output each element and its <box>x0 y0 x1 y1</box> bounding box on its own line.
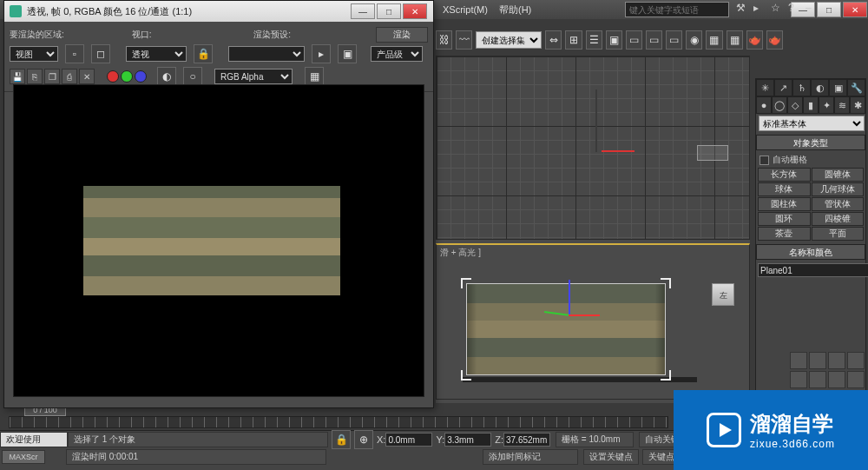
y-coord-input[interactable] <box>444 433 491 447</box>
clone-icon[interactable]: ❐ <box>44 69 60 84</box>
render-setup-icon[interactable]: ▦ <box>706 30 722 50</box>
maximize-button[interactable]: □ <box>817 2 841 17</box>
render-maximize-button[interactable]: □ <box>377 3 401 19</box>
sphere-button[interactable]: 球体 <box>758 182 811 196</box>
create-tab[interactable]: ✳ <box>756 79 774 96</box>
area-dropdown[interactable]: 视图 <box>10 46 58 62</box>
alpha-toggle-icon[interactable]: ◐ <box>157 67 176 86</box>
maximize-viewport-icon[interactable] <box>847 352 865 369</box>
shapes-tab[interactable]: ◯ <box>772 96 787 114</box>
red-channel-toggle[interactable] <box>107 70 119 83</box>
viewport-top[interactable] <box>436 56 750 240</box>
maxscript-mini[interactable]: MAXScr <box>2 450 45 464</box>
cone-button[interactable]: 圆锥体 <box>812 168 865 182</box>
gizmo-x-axis[interactable] <box>569 314 600 316</box>
gizmo-z-axis[interactable] <box>569 280 570 314</box>
pan-icon[interactable] <box>790 352 807 369</box>
viewport-dropdown[interactable]: 透视 <box>126 46 187 62</box>
rollout-object-type[interactable]: 对象类型 <box>756 135 865 150</box>
channel-dropdown[interactable]: RGB Alpha <box>214 69 293 84</box>
plane-button[interactable]: 平面 <box>812 227 865 241</box>
menu-help[interactable]: 帮助(H) <box>499 4 531 15</box>
search-input[interactable] <box>625 2 729 17</box>
menu-maxscript[interactable]: XScript(M) <box>443 4 488 15</box>
help-icon[interactable]: ? <box>788 2 800 14</box>
render-minimize-button[interactable]: — <box>351 3 375 19</box>
render-frame-icon[interactable]: ▦ <box>727 30 743 50</box>
align-icon[interactable]: ⊞ <box>565 30 582 50</box>
production-dropdown[interactable]: 产品级 <box>371 46 423 62</box>
box-button[interactable]: 长方体 <box>758 168 811 182</box>
close-button[interactable]: ✕ <box>843 2 867 17</box>
tube-button[interactable]: 管状体 <box>812 197 865 211</box>
box2-icon[interactable]: ▭ <box>646 30 662 50</box>
mono-toggle-icon[interactable]: ○ <box>183 67 202 86</box>
preset-save-icon[interactable]: ▣ <box>338 44 357 63</box>
zoom-icon[interactable] <box>809 352 826 369</box>
nav4-icon[interactable] <box>847 371 865 388</box>
torus-button[interactable]: 圆环 <box>758 212 811 226</box>
preset-load-icon[interactable]: ▸ <box>312 44 331 63</box>
blue-channel-toggle[interactable] <box>135 70 147 83</box>
display-tab[interactable]: ▣ <box>829 79 847 96</box>
cylinder-button[interactable]: 圆柱体 <box>758 197 811 211</box>
nav2-icon[interactable] <box>809 371 826 388</box>
utilities-tab[interactable]: 🔧 <box>847 79 865 96</box>
hierarchy-tab[interactable]: ♄ <box>792 79 811 96</box>
curve-icon[interactable]: 〰 <box>456 30 472 50</box>
lights-tab[interactable]: ◇ <box>787 96 803 114</box>
lock-selection-icon[interactable]: 🔒 <box>332 430 351 449</box>
move-gizmo[interactable] <box>551 301 586 335</box>
layers-icon[interactable]: ☰ <box>586 30 602 50</box>
geosphere-button[interactable]: 几何球体 <box>812 182 865 196</box>
viewport-label[interactable]: 滑 + 高光 ] <box>440 247 481 259</box>
crop-icon[interactable]: ◻ <box>91 44 110 63</box>
setkey-button[interactable]: 设置关键点 <box>583 449 639 465</box>
teapot-button[interactable]: 茶壶 <box>758 227 811 241</box>
motion-tab[interactable]: ◐ <box>811 79 829 96</box>
star-icon[interactable]: ☆ <box>771 2 783 14</box>
timeline-track[interactable] <box>9 416 668 428</box>
clear-icon[interactable]: ✕ <box>79 69 95 84</box>
print-icon[interactable]: ⎙ <box>62 69 77 84</box>
render-output-canvas[interactable] <box>13 84 424 397</box>
selection-set-dropdown[interactable]: 创建选择集 <box>476 31 542 49</box>
save-image-icon[interactable]: 💾 <box>10 69 25 84</box>
render-titlebar[interactable]: 透视, 帧 0, RGBA 颜色 16 位/通道 (1:1) — □ ✕ <box>4 1 433 22</box>
region-icon[interactable]: ▫ <box>65 44 84 63</box>
object-name-input[interactable] <box>758 263 868 277</box>
teapot2-icon[interactable]: 🫖 <box>766 30 783 50</box>
tool-icon[interactable]: ⚒ <box>736 2 748 14</box>
add-time-marker[interactable]: 添加时间标记 <box>483 449 578 465</box>
green-channel-toggle[interactable] <box>121 70 133 83</box>
scene-icon[interactable]: ▣ <box>606 30 622 50</box>
viewport-perspective[interactable]: 滑 + 高光 ] 左 <box>436 243 750 400</box>
material-icon[interactable]: ◉ <box>686 30 702 50</box>
box1-icon[interactable]: ▭ <box>626 30 642 50</box>
systems-tab[interactable]: ✱ <box>850 96 865 114</box>
pyramid-button[interactable]: 四棱锥 <box>812 212 865 226</box>
autogrid-checkbox[interactable] <box>760 156 769 165</box>
nav1-icon[interactable] <box>790 371 807 388</box>
mirror-icon[interactable]: ⇔ <box>545 30 562 50</box>
preset-dropdown[interactable] <box>228 46 305 62</box>
space-tab[interactable]: ≋ <box>834 96 850 114</box>
category-dropdown[interactable]: 标准基本体 <box>759 116 865 131</box>
dash-icon[interactable]: – <box>806 2 818 14</box>
object-wireframe[interactable] <box>697 145 728 161</box>
cameras-tab[interactable]: ▮ <box>803 96 819 114</box>
render-close-button[interactable]: ✕ <box>403 3 427 19</box>
orbit-icon[interactable] <box>828 352 845 369</box>
geometry-tab[interactable]: ● <box>756 96 772 114</box>
box3-icon[interactable]: ▭ <box>666 30 682 50</box>
z-coord-input[interactable] <box>503 433 550 447</box>
rollout-name-color[interactable]: 名称和颜色 <box>756 244 865 260</box>
ribbon-icon[interactable]: ▸ <box>753 2 766 14</box>
teapot-icon[interactable]: 🫖 <box>746 30 763 50</box>
viewcube[interactable]: 左 <box>706 280 740 314</box>
x-coord-input[interactable] <box>385 433 432 447</box>
helpers-tab[interactable]: ✦ <box>819 96 834 114</box>
link-icon[interactable]: ⛓ <box>436 30 452 50</box>
coord-icon[interactable]: ⊕ <box>354 430 373 449</box>
modify-tab[interactable]: ↗ <box>774 79 792 96</box>
